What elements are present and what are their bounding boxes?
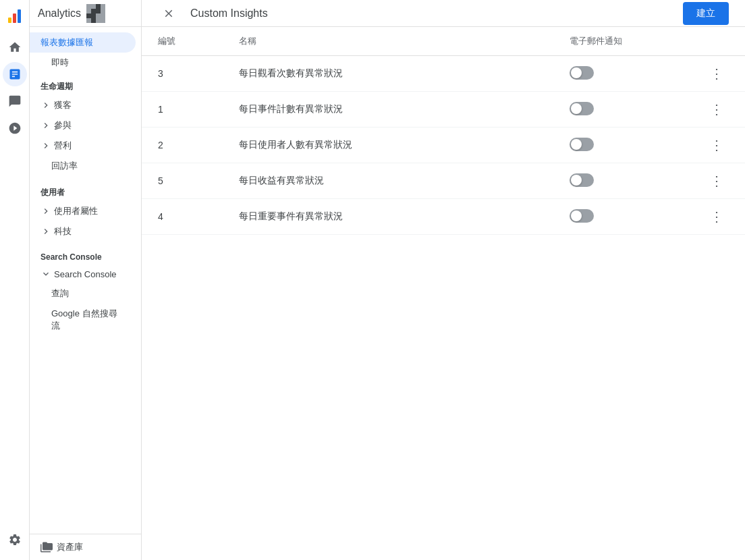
email-toggle[interactable] [570, 102, 594, 115]
dialog-title: Custom Insights [190, 7, 672, 20]
row-number: 1 [142, 92, 223, 128]
sidebar-item-engagement-label: 參與 [54, 119, 72, 132]
reports-nav-icon[interactable] [3, 62, 27, 86]
sidebar-item-reports-label: 報表數據匯報 [40, 36, 93, 49]
sidebar-item-library[interactable]: 資產庫 [30, 537, 136, 557]
col-actions-header [688, 27, 745, 56]
settings-nav-icon[interactable] [3, 528, 27, 552]
row-toggle-cell [553, 92, 688, 128]
icon-rail [0, 0, 30, 560]
sidebar-lifecycle-header: 生命週期 [30, 73, 141, 95]
home-nav-icon[interactable] [3, 35, 27, 59]
row-name: 每日重要事件有異常狀況 [223, 199, 553, 235]
row-toggle-cell [553, 199, 688, 235]
more-options-button[interactable]: ⋮ [705, 136, 729, 155]
sidebar-item-user-attr-label: 使用者屬性 [54, 205, 98, 217]
sidebar-search-console-section-header: Search Console [30, 242, 141, 264]
row-actions-cell: ⋮ [688, 92, 745, 128]
more-options-button[interactable]: ⋮ [705, 207, 729, 226]
app-logo [4, 5, 26, 27]
more-options-button[interactable]: ⋮ [705, 100, 729, 119]
close-button[interactable] [158, 3, 180, 24]
col-number-header: 編號 [142, 27, 223, 56]
more-options-button[interactable]: ⋮ [705, 64, 729, 83]
explore-nav-icon[interactable] [3, 89, 27, 113]
sidebar-item-user-attr[interactable]: 使用者屬性 [30, 201, 136, 221]
row-number: 4 [142, 199, 223, 235]
pixel-icon [86, 4, 105, 23]
row-toggle-cell [553, 56, 688, 92]
row-name: 每日觀看次數有異常狀況 [223, 56, 553, 92]
sidebar-item-search-console[interactable]: Search Console [30, 264, 136, 283]
main-content: Custom Insights 建立 編號 名稱 電子郵件通知 3 每日觀看次數… [142, 0, 745, 560]
dialog-header: Custom Insights 建立 [142, 0, 745, 27]
sidebar-item-monetization[interactable]: 營利 [30, 136, 136, 156]
sidebar-item-organic[interactable]: Google 自然搜尋流 [30, 304, 136, 336]
row-toggle-cell [553, 128, 688, 163]
row-name: 每日使用者人數有異常狀況 [223, 128, 553, 163]
email-toggle[interactable] [570, 173, 594, 187]
sidebar-item-library-label: 資產庫 [57, 541, 83, 553]
row-number: 3 [142, 56, 223, 92]
row-actions-cell: ⋮ [688, 199, 745, 235]
row-number: 2 [142, 128, 223, 163]
advertising-nav-icon[interactable] [3, 116, 27, 140]
sidebar-users-header: 使用者 [30, 176, 141, 201]
sidebar-item-retention-label: 回訪率 [51, 160, 78, 172]
sidebar-item-tech-label: 科技 [54, 225, 72, 237]
row-actions-cell: ⋮ [688, 56, 745, 92]
row-name: 每日事件計數有異常狀況 [223, 92, 553, 128]
email-toggle[interactable] [570, 209, 594, 223]
sidebar-item-immediate-label: 即時 [51, 57, 69, 69]
email-toggle[interactable] [570, 138, 594, 151]
sidebar-item-retention[interactable]: 回訪率 [30, 156, 136, 176]
sidebar-item-tech[interactable]: 科技 [30, 221, 136, 242]
sidebar-item-acquisition[interactable]: 獲客 [30, 95, 136, 115]
insights-table: 編號 名稱 電子郵件通知 3 每日觀看次數有異常狀況 ⋮ 1 [142, 27, 745, 235]
sidebar-item-monetization-label: 營利 [54, 140, 72, 152]
sidebar-item-organic-label: Google 自然搜尋流 [51, 308, 125, 332]
table-row: 1 每日事件計數有異常狀況 ⋮ [142, 92, 745, 128]
sidebar: Analytics 報表數據匯報 即時 生命週期 獲客 參與 [30, 0, 142, 560]
row-name: 每日收益有異常狀況 [223, 163, 553, 199]
row-actions-cell: ⋮ [688, 163, 745, 199]
row-toggle-cell [553, 163, 688, 199]
table-row: 2 每日使用者人數有異常狀況 ⋮ [142, 128, 745, 163]
sidebar-item-immediate[interactable]: 即時 [30, 53, 136, 73]
sidebar-item-engagement[interactable]: 參與 [30, 115, 136, 136]
more-options-button[interactable]: ⋮ [705, 171, 729, 190]
col-email-header: 電子郵件通知 [553, 27, 688, 56]
sidebar-item-queries-label: 查詢 [51, 287, 69, 300]
create-button[interactable]: 建立 [683, 2, 729, 25]
email-toggle[interactable] [570, 66, 594, 80]
sidebar-item-acquisition-label: 獲客 [54, 99, 72, 111]
row-actions-cell: ⋮ [688, 128, 745, 163]
app-title: Analytics [38, 7, 81, 20]
sidebar-item-reports[interactable]: 報表數據匯報 [30, 32, 136, 53]
row-number: 5 [142, 163, 223, 199]
sidebar-item-queries[interactable]: 查詢 [30, 283, 136, 304]
content-area: 編號 名稱 電子郵件通知 3 每日觀看次數有異常狀況 ⋮ 1 [142, 27, 745, 560]
table-row: 5 每日收益有異常狀況 ⋮ [142, 163, 745, 199]
table-row: 4 每日重要事件有異常狀況 ⋮ [142, 199, 745, 235]
col-name-header: 名稱 [223, 27, 553, 56]
sidebar-item-search-console-label: Search Console [54, 269, 117, 279]
table-row: 3 每日觀看次數有異常狀況 ⋮ [142, 56, 745, 92]
